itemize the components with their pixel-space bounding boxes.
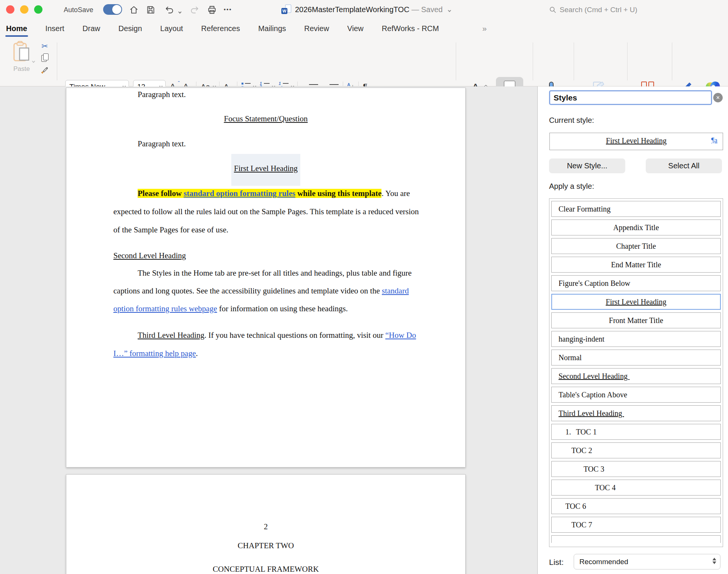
doc-text: CHAPTER TWO <box>238 541 294 550</box>
doc-text: 2 <box>264 522 268 531</box>
style-entry-label: Appendix Title <box>613 223 659 232</box>
paste-dropdown-icon[interactable] <box>32 58 34 64</box>
zoom-window-button[interactable] <box>34 5 42 14</box>
doc-line: expected to follow all the rules laid ou… <box>113 207 419 216</box>
style-entry-first-level-heading[interactable]: First Level Heading <box>551 294 721 310</box>
style-entry-label: TOC 4 <box>595 483 616 492</box>
doc-text: . <box>196 349 198 358</box>
paragraph-mark-icon: ¶a <box>711 136 717 144</box>
doc-text: The Styles in the Home tab are pre-set f… <box>138 268 412 278</box>
style-entry-clear-formatting[interactable]: Clear Formatting <box>551 201 721 217</box>
tab-mailings[interactable]: Mailings <box>257 20 287 37</box>
doc-line: Focus Statement/Question <box>66 114 465 124</box>
doc-text: Second Level Heading <box>113 251 186 260</box>
close-pane-icon[interactable]: ✕ <box>713 93 723 102</box>
stepper-icon <box>712 558 716 564</box>
search-placeholder: Search (Cmd + Ctrl + U) <box>560 6 637 14</box>
word-window: AutoSave ••• W 2026MasterTemplateWorking… <box>0 0 728 574</box>
doc-line: CHAPTER TWO <box>66 541 465 550</box>
doc-hyperlink[interactable]: standard <box>382 286 409 295</box>
close-window-button[interactable] <box>6 5 14 14</box>
styles-pane-title-field[interactable]: Styles <box>549 90 712 105</box>
apply-style-label: Apply a style: <box>549 182 594 191</box>
ribbon-tabs: HomeInsertDrawDesignLayoutReferencesMail… <box>5 19 440 38</box>
undo-dropdown-icon[interactable] <box>178 8 180 15</box>
style-entry-toc-4[interactable]: TOC 4 <box>551 480 721 496</box>
doc-hyperlink[interactable]: standard option formatting rules <box>184 189 295 198</box>
doc-line: Please follow standard option formatting… <box>138 189 410 198</box>
style-list: Clear FormattingAppendix TitleChapter Ti… <box>549 198 723 547</box>
tab-review[interactable]: Review <box>303 20 330 37</box>
copy-icon[interactable] <box>41 53 48 62</box>
tab-references[interactable]: References <box>201 20 241 37</box>
doc-hyperlink[interactable]: “How Do <box>385 331 416 340</box>
cut-icon[interactable]: ✂ <box>41 42 48 50</box>
style-entry-label: TOC 6 <box>565 502 586 510</box>
doc-text: . If you have technical questions on for… <box>204 331 385 340</box>
doc-text: . You are <box>381 189 410 198</box>
style-entry-normal[interactable]: Normal <box>551 350 721 365</box>
current-style-label: Current style: <box>549 116 594 125</box>
doc-line: Paragraph text. <box>138 139 186 149</box>
style-entry-label: Normal <box>559 353 582 362</box>
more-commands-icon[interactable]: ••• <box>224 6 232 13</box>
doc-line: of the Sample Pages for ease of use. <box>113 225 228 235</box>
style-entry-front-matter-title[interactable]: Front Matter Title <box>551 312 721 328</box>
tab-refworks-rcm[interactable]: RefWorks - RCM <box>381 20 440 37</box>
list-filter-select[interactable]: Recommended <box>574 554 720 569</box>
style-entry-label: Front Matter Title <box>609 316 663 325</box>
style-entry-toc-6[interactable]: TOC 6 <box>551 498 721 514</box>
style-entry-label: Third Level Heading <box>559 409 624 417</box>
style-entry-third-level-heading[interactable]: Third Level Heading <box>551 405 721 421</box>
style-entry-table-s-caption-above[interactable]: Table's Caption Above <box>551 387 721 403</box>
select-all-button[interactable]: Select All <box>646 158 722 173</box>
style-entry-figure-s-caption-below[interactable]: Figure's Caption Below <box>551 275 721 291</box>
doc-line: Paragraph text. <box>138 90 186 99</box>
style-entry-label: TOC 1 <box>576 428 597 436</box>
style-entry-chapter-title[interactable]: Chapter Title <box>551 238 721 254</box>
doc-line: The Styles in the Home tab are pre-set f… <box>138 268 412 278</box>
style-entry-end-matter-title[interactable]: End Matter Title <box>551 257 721 273</box>
document-page-2[interactable]: 2CHAPTER TWOCONCEPTUAL FRAMEWORK <box>66 474 466 574</box>
format-painter-icon[interactable] <box>40 65 49 74</box>
tab-layout[interactable]: Layout <box>160 20 184 37</box>
minimize-window-button[interactable] <box>20 5 28 14</box>
paste-button[interactable]: Paste <box>8 41 35 73</box>
doc-name: 2026MasterTemplateWorkingTOC <box>295 5 410 14</box>
style-entry-second-level-heading[interactable]: Second Level Heading <box>551 368 721 384</box>
style-entry-label: TOC 7 <box>571 521 592 529</box>
style-entry-toc-1[interactable]: 1.TOC 1 <box>551 424 721 440</box>
save-icon[interactable] <box>146 5 155 15</box>
document-canvas[interactable]: Paragraph text.Focus Statement/QuestionP… <box>0 86 537 574</box>
title-dropdown-icon[interactable] <box>448 5 450 14</box>
tab-insert[interactable]: Insert <box>45 20 65 37</box>
doc-hyperlink[interactable]: I…” formatting help page <box>113 349 196 358</box>
styles-pane: Styles ✕ Current style: First Level Head… <box>537 86 728 574</box>
autosave-toggle[interactable] <box>103 4 122 15</box>
new-style-button[interactable]: New Style... <box>549 158 625 173</box>
style-entry-toc-3[interactable]: TOC 3 <box>551 461 721 477</box>
style-entry-appendix-title[interactable]: Appendix Title <box>551 220 721 235</box>
print-icon[interactable] <box>207 5 217 15</box>
group-divider <box>57 42 57 80</box>
style-entry-toc-2[interactable]: TOC 2 <box>551 442 721 458</box>
ribbon: Paste ✂ Times New... 12 Aˆ A Aa A <box>0 38 728 86</box>
styles-pane-title: Styles <box>554 93 577 102</box>
tab-design[interactable]: Design <box>118 20 143 37</box>
undo-icon[interactable] <box>165 5 174 15</box>
search-field[interactable]: Search (Cmd + Ctrl + U) <box>549 6 637 14</box>
tab-home[interactable]: Home <box>5 20 28 37</box>
list-filter-value: Recommended <box>579 558 628 566</box>
style-entry-hanging-indent[interactable]: hanging-indent <box>551 331 721 347</box>
tab-view[interactable]: View <box>347 20 364 37</box>
style-entry-label: Clear Formatting <box>559 205 610 213</box>
home-icon[interactable] <box>129 5 139 15</box>
tab-overflow-icon[interactable]: » <box>482 24 486 33</box>
word-doc-icon: W <box>281 5 291 14</box>
style-entry-toc-7[interactable]: TOC 7 <box>551 517 721 533</box>
tab-draw[interactable]: Draw <box>82 20 101 37</box>
document-page-1[interactable]: Paragraph text.Focus Statement/QuestionP… <box>66 88 466 467</box>
doc-hyperlink[interactable]: option formatting rules webpage <box>113 304 217 313</box>
style-entry-partial[interactable] <box>551 535 721 543</box>
style-entry-label: hanging-indent <box>559 335 604 343</box>
